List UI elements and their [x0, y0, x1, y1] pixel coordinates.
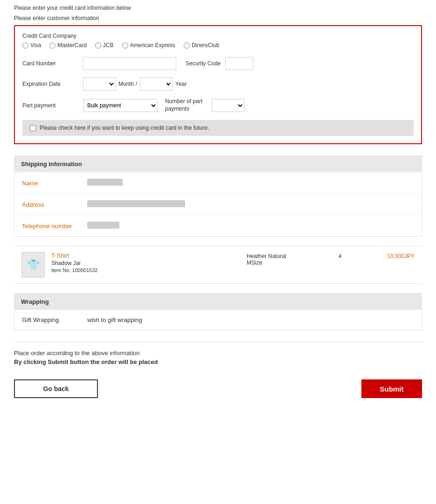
radio-visa[interactable]: Visa [22, 42, 41, 49]
jcb-label: JCB [103, 42, 114, 49]
wrapping-section-header: Wrapping [14, 294, 422, 310]
address-blurred [87, 200, 185, 207]
part-payment-label: Part payment [22, 102, 83, 109]
go-back-button[interactable]: Go back [14, 379, 98, 398]
customer-info-label: Please enter customer information [14, 15, 422, 21]
gift-wrapping-label: Gift Wrapping [22, 316, 87, 323]
num-parts-label: Number of part payments [165, 98, 207, 112]
tshirt-icon: 👕 [27, 259, 40, 271]
card-number-input[interactable] [83, 57, 176, 70]
product-size: MSize [247, 259, 321, 266]
name-label: Name [22, 179, 87, 187]
order-confirm-text1: Place order according to the above infor… [14, 350, 422, 357]
dinersclub-label: DinersClub [192, 42, 219, 49]
telephone-value [87, 222, 119, 229]
gift-wrapping-row: Gift Wrapping wish to gift wrapping [14, 310, 422, 330]
shipping-section: Shipping information Name Address [14, 155, 422, 237]
gift-wrapping-value: wish to gift wrapping [87, 316, 142, 323]
bottom-buttons: Go back Submit [14, 379, 422, 403]
save-card-row: Please check here if you want to keep us… [22, 120, 414, 136]
month-select[interactable]: 010203040506070809101112 [83, 77, 116, 91]
address-value [87, 200, 185, 207]
wrapping-section: Wrapping Gift Wrapping wish to gift wrap… [14, 293, 422, 330]
card-company-radio-group: Visa MasterCard JCB American Express Din… [22, 42, 414, 49]
name-blurred [87, 179, 123, 186]
product-variant: Heather Natural MSize [247, 252, 321, 266]
address-label: Address [22, 200, 87, 208]
security-code-label: Security Code [186, 60, 221, 67]
product-thumbnail: 👕 [21, 252, 45, 278]
product-section: 👕 T-Shirt Shadow Jar Item No. 100001532 … [14, 246, 422, 284]
page-instruction: Please enter your credit card informatio… [14, 5, 422, 11]
year-label: Year [175, 81, 187, 87]
card-number-label: Card Number [22, 60, 83, 67]
shipping-section-header: Shipping information [14, 156, 422, 172]
product-color: Heather Natural [247, 253, 321, 259]
year-select[interactable]: 2024202520262027202820292030 [140, 77, 173, 91]
radio-mastercard[interactable]: MasterCard [49, 42, 87, 49]
num-parts-select[interactable]: 23456789101112131415161718192021222324 [212, 99, 244, 112]
telephone-blurred [87, 222, 119, 229]
product-item-no: Item No. 100001532 [51, 267, 242, 273]
submit-button[interactable]: Submit [361, 379, 422, 398]
amex-label: American Express [130, 42, 175, 49]
radio-amex[interactable]: American Express [122, 42, 175, 49]
expiration-date-label: Expiration Date [22, 81, 83, 87]
product-sub-name: Shadow Jar [51, 260, 242, 266]
part-payment-row: Part payment Bulk payment Number of part… [22, 98, 414, 112]
mastercard-label: MasterCard [57, 42, 87, 49]
product-info: T-Shirt Shadow Jar Item No. 100001532 [51, 252, 242, 273]
card-number-row: Card Number Security Code [22, 57, 414, 70]
expiration-date-row: Expiration Date 010203040506070809101112… [22, 77, 414, 91]
address-row: Address [14, 194, 422, 215]
save-card-checkbox[interactable] [30, 125, 36, 131]
name-value [87, 179, 123, 186]
order-confirm-text2: By clicking Submit button the order will… [14, 358, 422, 365]
product-name: T-Shirt [51, 252, 242, 259]
name-row: Name [14, 172, 422, 194]
credit-card-section: Credit Card Company Visa MasterCard JCB … [14, 25, 422, 144]
radio-jcb[interactable]: JCB [95, 42, 114, 49]
product-row: 👕 T-Shirt Shadow Jar Item No. 100001532 … [14, 246, 422, 284]
save-card-label[interactable]: Please check here if you want to keep us… [40, 125, 209, 131]
security-code-input[interactable] [225, 57, 253, 70]
product-quantity: 4 [321, 252, 359, 259]
telephone-row: Telephone number [14, 215, 422, 236]
visa-label: Visa [30, 42, 41, 49]
telephone-label: Telephone number [22, 222, 87, 230]
product-price: 10,000JPY [359, 252, 415, 259]
bulk-payment-select[interactable]: Bulk payment [83, 99, 158, 112]
month-slash-label: Month / [118, 81, 137, 87]
radio-dinersclub[interactable]: DinersClub [184, 42, 219, 49]
order-confirm-section: Place order according to the above infor… [14, 342, 422, 370]
cc-company-label: Credit Card Company [22, 33, 414, 39]
